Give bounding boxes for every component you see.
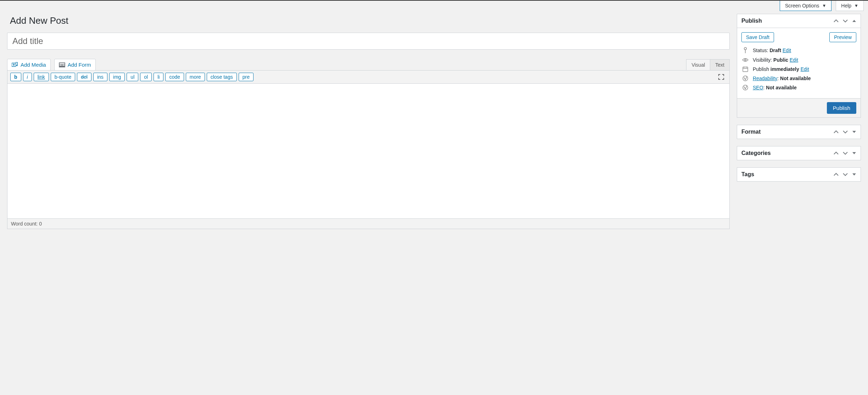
- editor-footer: Word count: 0: [7, 218, 729, 229]
- readability-link[interactable]: Readability: [753, 76, 777, 81]
- toolbar-pre-button[interactable]: pre: [239, 73, 254, 81]
- yoast-icon: [741, 85, 749, 90]
- schedule-label: Publish: [753, 66, 770, 72]
- toggle-icon[interactable]: [852, 19, 856, 23]
- svg-rect-0: [12, 63, 16, 66]
- move-up-icon[interactable]: [834, 173, 839, 176]
- yoast-icon: [741, 76, 749, 81]
- tags-metabox: Tags: [737, 167, 861, 182]
- toolbar-code-button[interactable]: code: [165, 73, 184, 81]
- tags-title: Tags: [741, 171, 834, 178]
- move-down-icon[interactable]: [843, 151, 848, 155]
- visibility-value: Public: [773, 57, 788, 63]
- pin-icon: [741, 47, 749, 54]
- schedule-line: Publish immediately Edit: [741, 66, 856, 72]
- toolbar-more-button[interactable]: more: [186, 73, 205, 81]
- toolbar-bquote-button[interactable]: b-quote: [51, 73, 75, 81]
- tab-visual[interactable]: Visual: [686, 59, 710, 70]
- screen-options-label: Screen Options: [785, 3, 819, 9]
- status-edit-link[interactable]: Edit: [783, 48, 791, 53]
- visibility-line: Visibility: Public Edit: [741, 57, 856, 63]
- categories-metabox: Categories: [737, 146, 861, 160]
- eye-icon: [741, 58, 749, 62]
- status-label: Status:: [753, 48, 769, 53]
- publish-metabox: Publish Save Draft Preview Status: Draf: [737, 14, 861, 118]
- svg-rect-6: [62, 65, 65, 66]
- help-label: Help: [841, 3, 851, 9]
- post-title-input[interactable]: [7, 33, 730, 50]
- calendar-icon: [741, 66, 749, 72]
- toggle-icon[interactable]: [852, 130, 856, 134]
- add-form-label: Add Form: [68, 62, 91, 68]
- move-up-icon[interactable]: [834, 151, 839, 155]
- svg-rect-4: [60, 63, 65, 64]
- screen-options-button[interactable]: Screen Options ▼: [780, 1, 831, 11]
- move-down-icon[interactable]: [843, 173, 848, 176]
- publish-header[interactable]: Publish: [737, 14, 861, 28]
- format-header[interactable]: Format: [737, 125, 861, 139]
- svg-point-2: [16, 65, 18, 66]
- page-title: Add New Post: [8, 15, 730, 26]
- toolbar-link-button[interactable]: link: [34, 73, 49, 81]
- preview-button[interactable]: Preview: [829, 32, 856, 42]
- publish-button[interactable]: Publish: [827, 102, 856, 114]
- caret-down-icon: ▼: [854, 3, 858, 8]
- fullscreen-icon[interactable]: [716, 73, 727, 81]
- camera-music-icon: [12, 62, 18, 68]
- svg-point-8: [745, 59, 746, 61]
- format-title: Format: [741, 129, 834, 135]
- tags-header[interactable]: Tags: [737, 168, 861, 181]
- toolbar-ol-button[interactable]: ol: [140, 73, 152, 81]
- seo-line: SEO: Not available: [741, 85, 856, 90]
- form-icon: [59, 62, 65, 67]
- svg-point-1: [13, 64, 15, 65]
- add-media-label: Add Media: [21, 62, 46, 68]
- svg-point-7: [744, 48, 746, 50]
- post-content-textarea[interactable]: [7, 84, 729, 218]
- categories-header[interactable]: Categories: [737, 146, 861, 160]
- schedule-edit-link[interactable]: Edit: [801, 66, 809, 72]
- top-bar: Screen Options ▼ Help ▼: [0, 0, 868, 11]
- format-metabox: Format: [737, 125, 861, 139]
- readability-value: Not available: [780, 76, 811, 81]
- visibility-edit-link[interactable]: Edit: [790, 57, 798, 63]
- editor-toolbar: b i link b-quote del ins img ul ol li co…: [7, 71, 729, 84]
- seo-value: Not available: [766, 85, 796, 90]
- add-media-button[interactable]: Add Media: [7, 59, 51, 71]
- categories-title: Categories: [741, 150, 834, 156]
- colon: :: [777, 76, 780, 81]
- toggle-icon[interactable]: [852, 151, 856, 155]
- toolbar-ul-button[interactable]: ul: [127, 73, 138, 81]
- toolbar-italic-button[interactable]: i: [23, 73, 32, 81]
- visibility-label: Visibility:: [753, 57, 773, 63]
- move-down-icon[interactable]: [843, 130, 848, 134]
- toolbar-ins-button[interactable]: ins: [93, 73, 107, 81]
- help-button[interactable]: Help ▼: [836, 1, 864, 11]
- add-form-button[interactable]: Add Form: [54, 59, 96, 71]
- editor-tabs: Visual Text: [7, 59, 730, 70]
- word-count-label: Word count:: [11, 221, 39, 227]
- status-value: Draft: [769, 48, 781, 53]
- toolbar-del-button[interactable]: del: [77, 73, 91, 81]
- seo-link[interactable]: SEO: [753, 85, 763, 90]
- move-down-icon[interactable]: [843, 19, 848, 23]
- svg-rect-5: [60, 65, 62, 66]
- toolbar-img-button[interactable]: img: [109, 73, 125, 81]
- move-up-icon[interactable]: [834, 19, 839, 23]
- toolbar-li-button[interactable]: li: [154, 73, 163, 81]
- word-count-value: 0: [39, 221, 42, 227]
- move-up-icon[interactable]: [834, 130, 839, 134]
- tab-text[interactable]: Text: [710, 59, 730, 70]
- publish-title: Publish: [741, 18, 834, 24]
- toolbar-bold-button[interactable]: b: [10, 73, 21, 81]
- status-line: Status: Draft Edit: [741, 47, 856, 54]
- readability-line: Readability: Not available: [741, 76, 856, 81]
- svg-rect-9: [743, 67, 748, 72]
- toggle-icon[interactable]: [852, 173, 856, 176]
- caret-down-icon: ▼: [822, 3, 826, 8]
- save-draft-button[interactable]: Save Draft: [741, 32, 774, 42]
- editor-box: b i link b-quote del ins img ul ol li co…: [7, 70, 730, 229]
- toolbar-close-tags-button[interactable]: close tags: [207, 73, 237, 81]
- schedule-value: immediately: [770, 66, 799, 72]
